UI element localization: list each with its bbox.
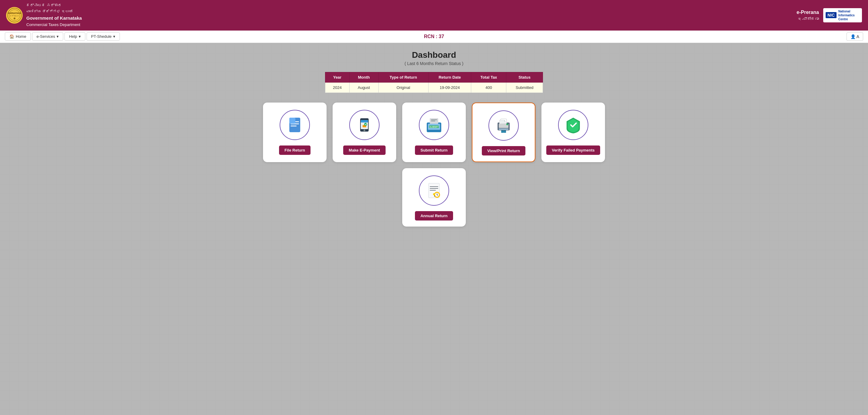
col-type: Type of Return <box>378 72 428 82</box>
eprerana-branding: e-Prerana ಇ-ಪ್ರೇರಣಾ <box>797 9 819 22</box>
card-make-epayment: Make E-Payment <box>333 102 396 162</box>
svg-rect-8 <box>290 126 297 126</box>
header-org-text: ಕರ್ನಾಟಕ ಸರ್ಕಾರ ವಾಣಿಜ್ಯ ತೆರಿಗೆಗಳ ಇಲಾಖೆ Go… <box>26 2 82 28</box>
eservices-button[interactable]: e-Services ▾ <box>32 32 63 40</box>
svg-rect-32 <box>430 188 438 189</box>
epayment-icon <box>349 110 379 140</box>
col-tax: Total Tax <box>471 72 506 82</box>
svg-rect-28 <box>504 130 506 133</box>
card-verify-failed-payments: Verify Failed Payments <box>541 102 605 162</box>
government-logo: KARNATAKA ಕರ್ನಾಟಕ <box>6 7 23 24</box>
nic-badge: NIC National Informatics Centre <box>823 8 862 22</box>
org-name: Government of Karnataka <box>26 14 82 22</box>
svg-text:SUBMIT: SUBMIT <box>430 126 439 128</box>
view-print-return-button[interactable]: View/Print Return <box>482 146 525 156</box>
card-submit-return: SUBMIT Submit Return <box>402 102 466 162</box>
table-cell: Original <box>378 82 428 93</box>
kannada-line2: ವಾಣಿಜ್ಯ ತೆರಿಗೆಗಳ ಇಲಾಖೆ <box>26 9 82 14</box>
svg-rect-33 <box>430 190 436 191</box>
user-profile-button[interactable]: 👤 A <box>846 32 863 41</box>
header-left: KARNATAKA ಕರ್ನಾಟಕ ಕರ್ನಾಟಕ ಸರ್ಕಾರ ವಾಣಿಜ್ಯ… <box>6 2 82 28</box>
svg-text:KARNATAKA: KARNATAKA <box>8 12 21 14</box>
eprerana-en: e-Prerana <box>797 9 819 16</box>
table-cell: 400 <box>471 82 506 93</box>
kannada-line1: ಕರ್ನಾಟಕ ಸರ್ಕಾರ <box>26 2 82 9</box>
col-year: Year <box>326 72 349 82</box>
nic-logo: NIC <box>826 12 837 18</box>
card-view-print-return: View/Print Return <box>472 102 535 162</box>
card-annual-return: Annual Return <box>402 168 466 227</box>
col-month: Month <box>349 72 378 82</box>
eprerana-kn: ಇ-ಪ್ರೇರಣಾ <box>797 16 819 22</box>
col-status: Status <box>506 72 543 82</box>
table-cell: Submitted <box>506 82 543 93</box>
svg-rect-31 <box>430 186 438 187</box>
return-status-table-wrapper: Year Month Type of Return Return Date To… <box>325 72 543 93</box>
header-right: e-Prerana ಇ-ಪ್ರೇರಣಾ NIC National Informa… <box>797 8 862 22</box>
file-return-button[interactable]: File Return <box>279 146 311 155</box>
annual-return-button[interactable]: Annual Return <box>415 211 453 221</box>
submit-return-button[interactable]: Submit Return <box>415 146 453 155</box>
print-icon <box>489 110 519 141</box>
dashboard-title: Dashboard <box>6 50 862 60</box>
submit-icon: SUBMIT <box>419 110 449 140</box>
svg-point-15 <box>364 123 367 126</box>
home-button[interactable]: 🏠 Home <box>5 32 31 40</box>
help-button[interactable]: Help ▾ <box>64 32 85 40</box>
dashboard-cards-bottom: Annual Return <box>6 168 862 227</box>
chevron-down-icon: ▾ <box>79 34 81 39</box>
home-icon: 🏠 <box>9 34 14 39</box>
dashboard-cards-row: File Return Make E-Payment SUBMIT Submit… <box>6 102 862 162</box>
user-profile-area: 👤 A <box>846 32 863 41</box>
dashboard-subtitle: ( Last 6 Months Return Status ) <box>6 61 862 66</box>
table-cell: 19-09-2024 <box>428 82 471 93</box>
svg-rect-21 <box>431 120 437 120</box>
site-header: KARNATAKA ಕರ್ನಾಟಕ ಕರ್ನಾಟಕ ಸರ್ಕಾರ ವಾಣಿಜ್ಯ… <box>0 0 868 31</box>
navbar: 🏠 Home e-Services ▾ Help ▾ PT-Shedule ▾ … <box>0 31 868 43</box>
table-cell: August <box>349 82 378 93</box>
content-wrapper: Dashboard ( Last 6 Months Return Status … <box>6 50 862 227</box>
nic-label: National Informatics Centre <box>838 9 860 21</box>
svg-point-38 <box>433 193 435 195</box>
verify-failed-payments-button[interactable]: Verify Failed Payments <box>546 146 600 155</box>
col-date: Return Date <box>428 72 471 82</box>
svg-rect-22 <box>431 121 435 121</box>
card-file-return: File Return <box>263 102 327 162</box>
svg-rect-12 <box>361 120 368 123</box>
svg-point-29 <box>506 123 508 125</box>
user-icon: 👤 <box>850 34 856 39</box>
svg-rect-25 <box>499 129 508 130</box>
main-content: Dashboard ( Last 6 Months Return Status … <box>0 43 868 415</box>
svg-point-13 <box>364 129 365 131</box>
svg-point-4 <box>13 18 16 19</box>
svg-text:ಕರ್ನಾಟಕ: ಕರ್ನಾಟಕ <box>10 15 19 17</box>
annual-return-icon <box>419 175 449 206</box>
make-epayment-button[interactable]: Make E-Payment <box>343 146 385 155</box>
document-icon <box>280 110 310 140</box>
return-status-table: Year Month Type of Return Return Date To… <box>325 72 543 93</box>
shield-check-icon <box>558 110 588 140</box>
chevron-down-icon: ▾ <box>113 34 115 39</box>
chevron-down-icon: ▾ <box>57 34 59 39</box>
dept-name: Commercial Taxes Department <box>26 22 82 28</box>
svg-rect-27 <box>501 130 504 133</box>
svg-rect-9 <box>289 118 296 124</box>
ptshedule-button[interactable]: PT-Shedule ▾ <box>87 32 120 40</box>
rcn-label: RCN : 37 <box>424 34 444 39</box>
table-cell: 2024 <box>326 82 349 93</box>
